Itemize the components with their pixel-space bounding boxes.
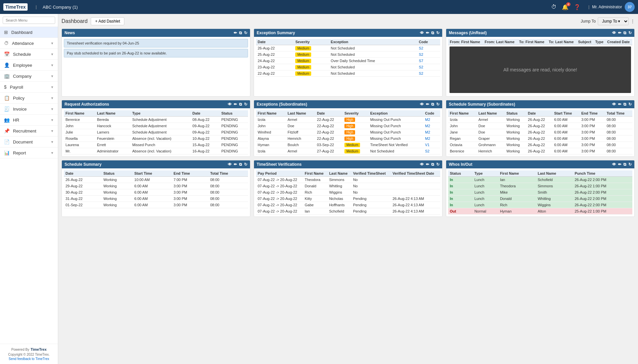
refresh-icon[interactable]: ↻ (628, 31, 632, 35)
chevron-down-icon: ▼ (51, 140, 54, 144)
copy-icon[interactable]: ⧉ (623, 102, 626, 107)
table-row: LaurenaErrettMissed Punch15-Aug-22PENDIN… (64, 142, 248, 148)
nav-icons: ⏱ 🔔4 ❓ (551, 4, 580, 10)
sidebar-item-document[interactable]: 📄 Document ▼ (0, 136, 58, 147)
add-dashlet-button[interactable]: + Add Dashlet (91, 17, 124, 25)
view-icon[interactable]: 👁 (612, 162, 616, 167)
dashlet-messages-title: Messages (UnRead) (449, 31, 612, 35)
search-input[interactable] (3, 17, 55, 24)
edit-icon[interactable]: ✏ (234, 102, 237, 107)
sidebar-item-hr[interactable]: 👥 HR ▼ (0, 115, 58, 126)
sidebar-item-label: Recruitment (13, 129, 36, 134)
view-icon[interactable]: 👁 (420, 31, 424, 35)
table-row: BereniceHemrichWorking26-Aug-226:00 AM3:… (448, 148, 632, 154)
ts-table: Pay Period First Name Last Name Verified… (256, 170, 440, 215)
copy-icon[interactable]: ⧉ (431, 162, 434, 167)
dashlet-request-auth-header: Request Authorizations 👁 ✏ ⧉ ↻ (62, 100, 250, 108)
copy-icon[interactable]: ⧉ (623, 31, 626, 35)
dashlet-exc-sub-title: Exceptions (Subordinates) (257, 102, 420, 107)
copy-icon[interactable]: ⧉ (239, 162, 242, 167)
col-end: End Time (172, 170, 208, 177)
refresh-icon[interactable]: ↻ (244, 31, 247, 35)
dashlet-exception-summary-actions: 👁 ✏ ⧉ ↻ (420, 31, 440, 35)
dashlet-request-auth-actions: 👁 ✏ ⧉ ↻ (228, 102, 247, 107)
help-icon[interactable]: ❓ (574, 4, 580, 10)
dashlet-who-header: Whos In/Out 👁 ✏ ⧉ ↻ (446, 160, 634, 168)
refresh-icon[interactable]: ↻ (244, 102, 247, 107)
copy-icon[interactable]: ⧉ (623, 162, 626, 167)
refresh-icon[interactable]: ↻ (244, 162, 247, 167)
sidebar-item-report[interactable]: 📊 Report ▼ (0, 147, 58, 158)
jump-to-select[interactable]: Jump To ▾ (598, 17, 629, 25)
view-icon[interactable]: 👁 (612, 102, 616, 107)
sidebar-item-payroll[interactable]: $ Payroll ▼ (0, 82, 58, 93)
dashlet-sched-body: Date Status Start Time End Time Total Ti… (62, 168, 250, 210)
user-name: Mr. Administrator (592, 5, 622, 9)
edit-icon[interactable]: ✏ (234, 162, 237, 167)
col-verified-date: Verified TimeSheet Date (391, 170, 440, 177)
sidebar-item-company[interactable]: 🏢 Company ▼ (0, 71, 58, 82)
refresh-icon[interactable]: ↻ (436, 162, 440, 167)
table-row: 23-Aug-22MediumNot ScheduledS2 (256, 64, 440, 70)
sidebar-item-dashboard[interactable]: ⊞ Dashboard (0, 27, 58, 38)
sidebar-item-label: Report (13, 150, 26, 155)
edit-icon[interactable]: ✏ (618, 162, 621, 167)
dashlet-exception-summary-header: Exception Summary 👁 ✏ ⧉ ↻ (254, 29, 442, 37)
avatar[interactable]: 37 (625, 2, 635, 12)
dashlet-ts-title: TimeSheet Verifications (257, 162, 420, 167)
col-date: Date (256, 39, 294, 45)
copy-icon[interactable]: ⧉ (239, 102, 242, 107)
refresh-icon[interactable]: ↻ (628, 162, 632, 167)
bell-icon[interactable]: 🔔4 (562, 4, 569, 10)
chevron-down-icon: ▼ (51, 107, 54, 111)
sidebar-item-label: HR (13, 118, 19, 123)
edit-icon[interactable]: ✏ (618, 102, 621, 107)
feedback-link[interactable]: Send feedback to TimeTrex (3, 357, 55, 361)
table-row: 01-Sep-22Working6:00 AM3:00 PM08:00 (64, 202, 248, 208)
app-logo[interactable]: TimeTrex (3, 3, 28, 11)
sidebar-item-invoice[interactable]: 🧾 Invoice ▼ (0, 104, 58, 115)
refresh-icon[interactable]: ↻ (628, 102, 632, 107)
table-row: IzolaArmel22-Aug-22HighMissing Out Punch… (256, 117, 440, 123)
view-icon[interactable]: 👁 (612, 31, 616, 35)
refresh-icon[interactable]: ↻ (436, 31, 440, 35)
dashlet-whos-in-out: Whos In/Out 👁 ✏ ⧉ ↻ Status Type (446, 160, 635, 217)
sidebar-item-recruitment[interactable]: 📌 Recruitment ▼ (0, 126, 58, 136)
col-from-last: From: Last Name (483, 39, 517, 45)
dashlet-request-auth-title: Request Authorizations (64, 102, 228, 107)
view-icon[interactable]: 👁 (228, 102, 232, 107)
content-header: Dashboard + Add Dashlet Jump To Jump To … (62, 17, 635, 25)
more-options-icon[interactable]: ⋮ (631, 19, 635, 24)
table-row: OutNormalHymanAlton25-Aug-22 1:00 PM (448, 208, 632, 215)
dashlet-request-auth-body: First Name Last Name Type Date Status Be… (62, 108, 250, 156)
clock-icon[interactable]: ⏱ (551, 4, 557, 10)
sidebar-item-policy[interactable]: 📋 Policy ▼ (0, 93, 58, 104)
copy-icon[interactable]: ⧉ (239, 31, 242, 35)
content-area: Dashboard + Add Dashlet Jump To Jump To … (58, 14, 638, 364)
sidebar-item-employee[interactable]: 👤 Employee ▼ (0, 60, 58, 71)
news-item: Timesheet verification required by 04-Ju… (64, 39, 248, 47)
edit-icon[interactable]: ✏ (426, 102, 429, 107)
refresh-icon[interactable]: ↻ (436, 102, 440, 107)
copy-icon[interactable]: ⧉ (431, 102, 434, 107)
dashlet-news: News ✏ ⧉ ↻ Timesheet verification requir… (62, 29, 250, 97)
dashlet-messages-body: From: First Name From: Last Name To: Fir… (446, 37, 634, 96)
copyright-text: Copyright © 2022 TimeTrex. (3, 353, 55, 356)
sidebar-item-attendance[interactable]: ⏱ Attendance ▼ (0, 38, 58, 49)
view-icon[interactable]: 👁 (228, 162, 232, 167)
view-icon[interactable]: 👁 (420, 162, 424, 167)
dashlet-ts-body: Pay Period First Name Last Name Verified… (254, 168, 442, 217)
dashlet-sched-sub-header: Schedule Summary (Subordinates) 👁 ✏ ⧉ ↻ (446, 100, 634, 108)
edit-icon[interactable]: ✏ (426, 31, 429, 35)
copy-icon[interactable]: ⧉ (431, 31, 434, 35)
edit-icon[interactable]: ✏ (426, 162, 429, 167)
view-icon[interactable]: 👁 (420, 102, 424, 107)
dashlet-who-actions: 👁 ✏ ⧉ ↻ (612, 162, 632, 167)
exc-sub-table: First Name Last Name Date Severity Excep… (256, 110, 440, 154)
exception-summary-table: Date Severity Exception Code 26-Aug-22Me… (256, 39, 440, 77)
edit-icon[interactable]: ✏ (234, 31, 237, 35)
dashboard-icon: ⊞ (4, 30, 8, 35)
dashlet-exc-sub-actions: 👁 ✏ ⧉ ↻ (420, 102, 440, 107)
edit-icon[interactable]: ✏ (618, 31, 621, 35)
sidebar-item-schedule[interactable]: 📅 Schedule ▼ (0, 49, 58, 60)
